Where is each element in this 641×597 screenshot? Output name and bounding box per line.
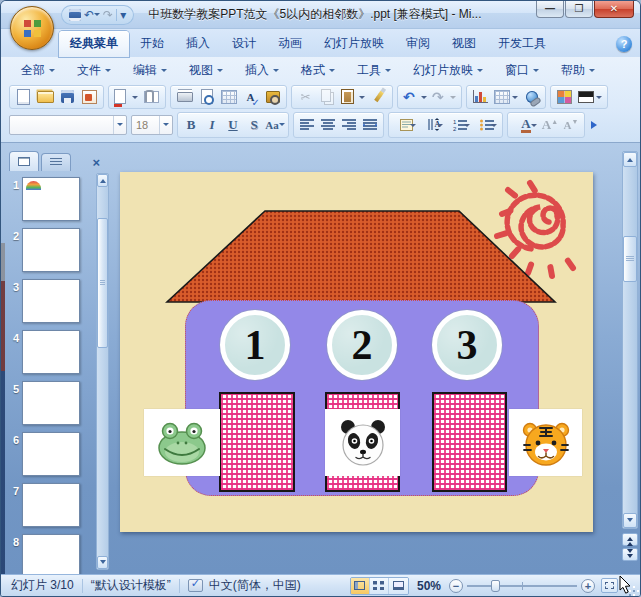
help-icon[interactable]: ? [616,36,632,52]
panda-card[interactable] [325,409,400,476]
menu-tools[interactable]: 工具 [347,59,401,82]
scrollbar-thumb[interactable] [97,218,108,348]
tab-review[interactable]: 审阅 [395,31,441,57]
menu-slideshow[interactable]: 幻灯片放映 [403,59,493,82]
underline-button[interactable]: U [223,115,243,135]
normal-view-button[interactable] [351,578,370,594]
zoom-level[interactable]: 50% [417,579,441,593]
print-preview-icon[interactable] [196,87,217,107]
minimize-button[interactable]: — [536,1,564,18]
customize-qat-button[interactable]: ▾ [120,9,126,21]
tab-classic-menu[interactable]: 经典菜单 [59,31,129,57]
italic-button[interactable]: I [202,115,222,135]
maximize-button[interactable]: ❐ [565,1,593,18]
research-icon[interactable] [262,87,283,107]
undo-button[interactable]: ↶ [84,9,100,21]
change-case-button[interactable]: Aa [265,115,285,135]
slideshow-button[interactable] [389,578,408,594]
thumbnail-frame[interactable] [22,330,80,374]
tab-developer[interactable]: 开发工具 [487,31,557,57]
tiger-card[interactable] [509,409,582,476]
panel-scrollbar[interactable] [96,173,109,570]
thumbnail-frame[interactable] [22,279,80,323]
slide-thumbnail-4[interactable]: 4 [7,330,109,374]
tab-insert[interactable]: 插入 [175,31,221,57]
menu-view[interactable]: 视图 [179,59,233,82]
menu-edit[interactable]: 编辑 [123,59,177,82]
language-indicator[interactable]: 中文(简体，中国) [209,577,301,594]
frog-card[interactable] [144,409,220,476]
new-icon[interactable] [13,87,34,107]
editor-scrollbar[interactable] [622,151,638,529]
bold-button[interactable]: B [181,115,201,135]
grow-font-button[interactable]: A▲ [540,115,560,135]
zoom-out-button[interactable]: − [449,579,463,593]
open-icon[interactable] [35,87,56,107]
previous-slide-button[interactable] [622,533,638,546]
print-icon[interactable] [174,87,195,107]
spellcheck-icon[interactable] [188,579,203,592]
slide-thumbnail-3[interactable]: 3 [7,279,109,323]
toolbar-overflow-icon[interactable] [591,121,601,129]
number-circle-2[interactable]: 2 [327,310,397,380]
hyperlink-icon[interactable] [521,87,542,107]
slide-thumbnail-7[interactable]: 7 [7,483,109,527]
close-panel-icon[interactable]: × [89,154,103,171]
menu-file[interactable]: 文件 [67,59,121,82]
permission-icon[interactable] [112,87,140,107]
thumbnail-frame[interactable] [22,177,80,221]
justify-icon[interactable] [360,115,380,135]
zoom-in-button[interactable]: + [581,579,595,593]
office-button[interactable] [10,6,54,50]
menu-help[interactable]: 帮助 [551,59,605,82]
save-button[interactable] [69,9,81,21]
redo-button[interactable]: ↷ [103,9,113,21]
spelling-icon[interactable] [240,87,261,107]
tab-slides-thumbnails[interactable] [9,151,39,171]
font-color-button[interactable]: A [511,115,539,135]
placeholder-layout-icon[interactable] [392,115,418,135]
table-grid-icon[interactable] [218,87,239,107]
slide-thumbnail-1[interactable]: 1 [7,177,109,221]
thumbnail-frame[interactable] [22,534,80,574]
scrollbar-thumb[interactable] [623,236,637,282]
scroll-down-icon[interactable] [97,556,108,569]
bullet-list-icon[interactable] [473,115,499,135]
next-slide-button[interactable] [622,548,638,561]
chevron-down-icon[interactable] [159,116,172,134]
email-icon[interactable] [141,87,162,107]
zoom-slider[interactable] [467,585,577,587]
font-name-combo[interactable] [9,115,127,135]
numbered-list-icon[interactable]: 12 [446,115,472,135]
slide-canvas[interactable]: 1 2 3 [120,172,593,532]
slide-thumbnail-2[interactable]: 2 [7,228,109,272]
undo-icon[interactable] [401,87,429,107]
chevron-down-icon[interactable] [113,116,126,134]
align-center-icon[interactable] [318,115,338,135]
title-bar[interactable]: ↶ ↷ ▾ 中班数学教案PPT范文《5以内的相邻数》.ppt [兼容模式] - … [1,1,640,29]
tab-view[interactable]: 视图 [441,31,487,57]
thumbnail-frame[interactable] [22,483,80,527]
thumbnail-frame[interactable] [22,432,80,476]
font-size-combo[interactable]: 18 [131,115,173,135]
align-left-icon[interactable] [297,115,317,135]
copy-icon[interactable] [317,87,338,107]
redo-icon[interactable] [430,87,458,107]
door-3[interactable] [432,392,507,492]
menu-insert[interactable]: 插入 [235,59,289,82]
black-white-icon[interactable] [576,87,604,107]
close-button[interactable]: ✕ [594,1,634,18]
align-right-icon[interactable] [339,115,359,135]
house-roof[interactable] [165,210,557,304]
paste-icon[interactable] [339,87,367,107]
menu-window[interactable]: 窗口 [495,59,549,82]
cut-icon[interactable] [295,87,316,107]
menu-format[interactable]: 格式 [291,59,345,82]
insert-table-icon[interactable] [492,87,520,107]
slide-sorter-button[interactable] [370,578,389,594]
tab-design[interactable]: 设计 [221,31,267,57]
zoom-slider-thumb[interactable] [491,580,500,592]
save-icon[interactable] [57,87,78,107]
text-direction-icon[interactable]: A [419,115,445,135]
scroll-down-icon[interactable] [623,513,637,528]
